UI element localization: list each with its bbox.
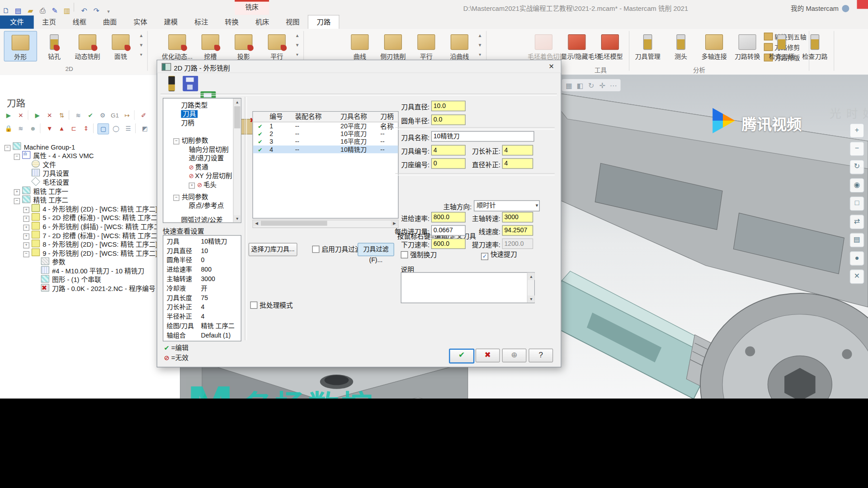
dialog-tree-item-圆弧过滤/公差[interactable]: 圆弧过滤/公差 <box>181 216 222 223</box>
toolpath-toolbar-icon[interactable]: G1 <box>109 110 120 120</box>
tree-node[interactable]: 参数 <box>33 257 65 266</box>
ribbon-button-侧刃铣削[interactable]: 侧刃铣削 <box>377 31 409 61</box>
grid-icon[interactable]: ▦ <box>564 81 574 89</box>
tree-node[interactable]: +6 - 外形铣削 (斜插) - [WCS: 精铣 工序二] - [刀具面 <box>23 222 178 231</box>
tree-expander[interactable]: − <box>23 251 29 257</box>
ribbon-button-挖槽[interactable]: 挖槽 <box>194 31 226 61</box>
dialog-title-bar[interactable]: 2D 刀路 - 外形铣削 ✕ <box>157 60 561 73</box>
help-button[interactable]: ? <box>528 348 553 362</box>
tree-expander[interactable]: + <box>23 207 29 213</box>
view-control-icon[interactable]: ▤ <box>850 233 864 248</box>
account-label[interactable]: 我的 Mastercam <box>791 3 849 13</box>
tree-expander[interactable]: + <box>23 225 29 230</box>
tree-node[interactable]: +8 - 外形铣削 (2D) - [WCS: 精铣 工序二] - [刀具面: <box>23 239 178 249</box>
rotate-icon[interactable]: ↻ <box>586 81 596 89</box>
ribbon-button-面铣[interactable]: 面铣 <box>104 31 137 61</box>
ribbon-button-检查刀柄[interactable]: 检查刀柄 <box>765 31 797 61</box>
toolpath-toolbar-icon[interactable]: ⇅ <box>57 110 67 120</box>
ribbon-button-毛坯模型[interactable]: 毛坯模型 <box>594 31 626 61</box>
field-input-corner[interactable]: 0.0 <box>431 114 466 125</box>
more-icon[interactable]: ⋯ <box>609 81 618 89</box>
toolpath-toolbar-icon[interactable]: ▶ <box>3 110 14 120</box>
cancel-button[interactable]: ✖ <box>476 348 500 362</box>
tree-expander[interactable]: + <box>23 234 29 239</box>
toolpath-toolbar-icon[interactable]: ≋ <box>73 110 84 120</box>
ribbon-button-刀具管理[interactable]: 刀具管理 <box>632 31 664 61</box>
dialog-save-params-icon[interactable] <box>183 76 198 91</box>
dialog-close-button[interactable]: ✕ <box>544 61 559 71</box>
window-close-button[interactable] <box>857 0 868 9</box>
ribbon-button-外形[interactable]: 外形 <box>4 31 37 61</box>
toolpath-toolbar-icon[interactable]: ↦ <box>122 110 132 120</box>
dialog-tree-item-切削参数[interactable]: −切削参数 <box>173 136 208 145</box>
tree-node[interactable]: +粗铣 工序一 <box>14 187 68 196</box>
ribbon-group-arrows[interactable]: ▲▼▾ <box>476 33 484 57</box>
tree-expander[interactable]: − <box>5 145 10 151</box>
ribbon-button-动态铣削[interactable]: 动态铣削 <box>71 31 104 61</box>
toolpath-toolbar-icon[interactable]: ⚙ <box>98 110 108 120</box>
ribbon-button-检查刀路[interactable]: 检查刀路 <box>799 31 831 61</box>
rapid-retract-checkbox[interactable]: ✓快速提刀 <box>481 251 517 260</box>
tree-node[interactable]: 图形 - (1) 个串联 <box>33 275 101 284</box>
description-textarea[interactable]: ▲▼ <box>401 272 535 303</box>
ribbon-button-毛坯着色切换[interactable]: 毛坯着色切换 <box>528 31 560 61</box>
view-control-icon[interactable]: □ <box>850 197 864 211</box>
field-input-retract[interactable]: 1200.0 <box>502 239 533 249</box>
dialog-tree-item-XY 分层切削[interactable]: ⊘XY 分层切削 <box>189 172 232 181</box>
field-input-rpm[interactable]: 3000 <box>502 212 533 222</box>
dialog-tree-item-贯通[interactable]: ⊘贯通 <box>189 163 208 172</box>
tree-node[interactable]: 刀路 - 0.0K - 2021-2.NC - 程序编号 0 <box>33 284 161 293</box>
dialog-tree-item-刀具[interactable]: 刀具 <box>181 109 198 118</box>
tree-node[interactable]: 毛坯设置 <box>23 178 69 187</box>
tree-expander[interactable]: − <box>14 198 20 204</box>
enable-tool-filter-checkbox[interactable]: 启用刀具过滤 <box>312 246 362 253</box>
tree-expander[interactable]: + <box>23 242 29 248</box>
toolpath-toolbar-icon[interactable]: ▶ <box>32 110 42 120</box>
tree-scrollbar[interactable]: ▲▼ <box>233 99 241 222</box>
ribbon-button-投影[interactable]: 投影 <box>227 31 259 61</box>
toolpath-toolbar-icon[interactable]: ☰ <box>123 123 133 133</box>
tab-主页[interactable]: 主页 <box>34 15 64 29</box>
pan-icon[interactable]: ✛ <box>597 81 607 89</box>
view-control-icon[interactable]: ↻ <box>850 160 864 174</box>
dialog-tree-item-刀路类型[interactable]: 刀路类型 <box>181 101 208 110</box>
ribbon-button-刀路转换[interactable]: 刀路转换 <box>731 31 764 61</box>
ribbon-button-优化动态...[interactable]: 优化动态... <box>161 31 193 61</box>
ribbon-button-多轴连接[interactable]: 多轴连接 <box>698 31 730 61</box>
dialog-tree-item-共同参数[interactable]: −共同参数 <box>173 192 208 202</box>
ok-button[interactable]: ✔ <box>449 348 474 363</box>
ribbon-button-曲线[interactable]: 曲线 <box>344 31 376 61</box>
tab-转换[interactable]: 转换 <box>217 15 247 29</box>
description-scrollbar[interactable]: ▲▼ <box>527 273 534 303</box>
contextual-tab-mill[interactable]: 铣床 <box>235 0 269 15</box>
ribbon-button-钻孔[interactable]: 钻孔 <box>38 31 70 61</box>
tab-视图[interactable]: 视图 <box>278 15 308 29</box>
tab-标注[interactable]: 标注 <box>186 15 217 29</box>
view-control-icon[interactable]: ✕ <box>850 269 864 284</box>
tree-node[interactable]: +5 - 2D 挖槽 (标准) - [WCS: 精铣 工序二] - [ <box>23 213 167 222</box>
tree-node[interactable]: #4 - M10.00 平铣刀 - 10 精铣刀 <box>33 266 144 275</box>
tree-node[interactable]: 刀具设置 <box>23 169 69 178</box>
toolpath-toolbar-icon[interactable]: ✕ <box>15 110 26 120</box>
field-input-sfm[interactable]: 94.2507 <box>502 225 533 235</box>
select-library-tool-button[interactable]: 选择刀库刀具... <box>249 243 297 256</box>
tab-实体[interactable]: 实体 <box>125 15 156 29</box>
toolpath-toolbar-icon[interactable]: ▢ <box>98 123 109 134</box>
toolpath-toolbar-icon[interactable]: ⇕ <box>81 123 91 133</box>
view-control-icon[interactable]: ◉ <box>850 178 864 192</box>
tree-node[interactable]: +7 - 2D 挖槽 (标准) - [WCS: 精铣 工序二] - [ <box>23 231 167 240</box>
apply-button[interactable]: ⊕ <box>502 348 527 362</box>
dialog-tree-item-刀柄[interactable]: 刀柄 <box>181 118 194 127</box>
ribbon-button-沿曲线[interactable]: 沿曲线 <box>443 31 476 61</box>
field-input-lenoff[interactable]: 4 <box>502 145 533 155</box>
field-input-dia[interactable]: 10.0 <box>431 101 466 111</box>
shade-icon[interactable]: ◧ <box>575 81 585 89</box>
toolpath-toolbar-icon[interactable]: ☻ <box>28 123 38 133</box>
toolpath-toolbar-icon[interactable]: ✐ <box>138 110 149 120</box>
field-input-spindle_dir[interactable]: 顺时针 <box>474 200 540 211</box>
tree-node[interactable]: −精铣 工序二 <box>14 195 68 204</box>
tree-expander[interactable]: − <box>14 154 20 160</box>
dialog-tree-item-进/退刀设置[interactable]: 进/退刀设置 <box>189 154 224 163</box>
ribbon-button-平行[interactable]: 平行 <box>410 31 442 61</box>
view-control-icon[interactable]: + <box>850 123 864 138</box>
